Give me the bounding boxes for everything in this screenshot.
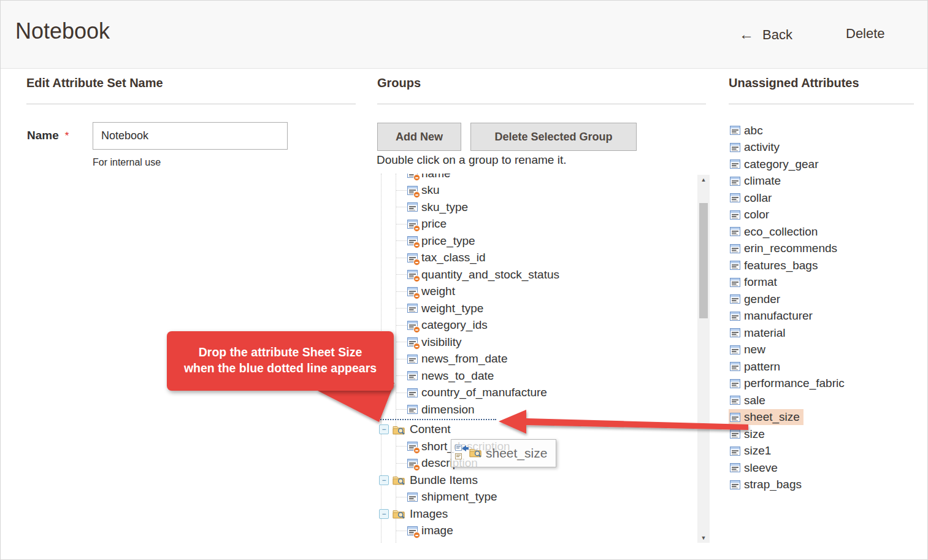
tree-attribute-row[interactable]: sku_type xyxy=(377,199,710,216)
edit-set-divider xyxy=(26,104,356,104)
attribute-icon xyxy=(730,260,740,270)
unassigned-attribute-row[interactable]: erin_recommends xyxy=(729,240,925,258)
unassigned-attribute-row[interactable]: format xyxy=(729,274,925,291)
name-hint: For internal use xyxy=(93,157,161,168)
name-input[interactable] xyxy=(93,122,288,150)
unassigned-item-label: sheet_size xyxy=(744,410,800,424)
unassigned-item-label: size xyxy=(744,428,765,441)
attribute-icon xyxy=(730,294,740,304)
tree-attribute-row[interactable]: price xyxy=(377,216,710,233)
tree-attribute-row[interactable]: news_to_date xyxy=(377,367,710,385)
unassigned-attribute-row[interactable]: performance_fabric xyxy=(729,375,925,393)
tree-group-row[interactable]: − Images xyxy=(377,505,710,523)
attribute-icon xyxy=(730,345,740,355)
unassigned-attribute-row[interactable]: pattern xyxy=(729,358,925,375)
instruction-callout: Drop the attribute Sheet Size when the b… xyxy=(167,331,394,391)
back-button[interactable]: ←Back xyxy=(739,26,792,43)
unassigned-item-label: activity xyxy=(744,140,780,154)
tree-connector xyxy=(396,240,407,241)
tree-attribute-row[interactable]: name xyxy=(377,174,710,182)
tree-group-row[interactable]: − Content xyxy=(377,421,710,439)
unassigned-attribute-row[interactable]: category_gear xyxy=(729,156,925,173)
tree-attribute-row[interactable]: weight xyxy=(377,283,710,301)
tree-attribute-row[interactable]: country_of_manufacture xyxy=(377,385,710,402)
unassigned-attribute-row[interactable]: collar xyxy=(729,190,925,207)
unassigned-attribute-row[interactable]: color xyxy=(729,207,925,224)
attribute-icon xyxy=(407,492,418,502)
unassigned-attribute-row[interactable]: eco_collection xyxy=(729,223,925,240)
tree-attribute-row[interactable]: price_type xyxy=(377,232,710,250)
tree-item-label: news_to_date xyxy=(421,369,494,383)
system-badge-icon xyxy=(413,174,420,181)
tree-attribute-row[interactable]: sku xyxy=(377,182,710,199)
collapse-icon[interactable]: − xyxy=(379,475,389,485)
attribute-icon xyxy=(730,311,740,321)
unassigned-attribute-row[interactable]: new xyxy=(729,342,925,359)
tree-item-label: visibility xyxy=(421,336,461,349)
tree-attribute-row[interactable]: tax_class_id xyxy=(377,250,710,267)
unassigned-item-label: strap_bags xyxy=(744,478,802,491)
groups-heading: Groups xyxy=(377,76,421,90)
unassigned-attribute-row[interactable]: material xyxy=(729,324,925,342)
unassigned-item-label: color xyxy=(744,208,769,221)
attribute-icon xyxy=(730,462,740,473)
tree-connector xyxy=(396,207,407,207)
delete-selected-group-button[interactable]: Delete Selected Group xyxy=(470,123,637,151)
unassigned-attribute-row[interactable]: abc xyxy=(729,122,925,139)
tree-connector xyxy=(396,190,407,191)
tree-connector xyxy=(396,409,407,410)
tree-item-label: weight_type xyxy=(421,302,483,315)
unassigned-attribute-row[interactable]: features_bags xyxy=(729,257,925,274)
tree-connector xyxy=(396,325,407,326)
collapse-icon[interactable]: − xyxy=(379,509,389,519)
attribute-icon xyxy=(407,370,418,381)
tree-group-row[interactable]: − Bundle Items xyxy=(377,472,710,489)
unassigned-attribute-row[interactable]: sleeve xyxy=(729,459,925,477)
unassigned-item-label: material xyxy=(744,326,786,340)
tree-attribute-row[interactable]: dimension xyxy=(377,401,710,418)
attribute-icon xyxy=(407,286,418,297)
tree-item-label: image xyxy=(421,524,453,537)
unassigned-attribute-row[interactable]: climate xyxy=(729,173,925,190)
attribute-icon xyxy=(730,446,740,456)
unassigned-attribute-row[interactable]: gender xyxy=(729,291,925,308)
tree-connector xyxy=(396,531,407,531)
attribute-icon xyxy=(730,378,740,389)
unassigned-attribute-row[interactable]: size xyxy=(729,426,925,443)
unassigned-item-label: sale xyxy=(744,394,765,407)
tree-attribute-row[interactable]: category_ids xyxy=(377,317,710,334)
attribute-icon xyxy=(730,159,740,169)
tree-connector xyxy=(396,375,407,376)
unassigned-attribute-row[interactable]: strap_bags xyxy=(729,477,925,491)
edit-set-heading: Edit Attribute Set Name xyxy=(26,76,163,90)
tree-item-label: shipment_type xyxy=(421,490,497,504)
tree-attribute-row[interactable]: visibility xyxy=(377,334,710,351)
tree-connector xyxy=(396,393,407,393)
drag-ghost: sheet_size xyxy=(451,439,556,467)
unassigned-attribute-row[interactable]: activity xyxy=(729,139,925,156)
attribute-icon xyxy=(407,404,418,415)
attribute-icon xyxy=(730,142,740,153)
unassigned-item-label: eco_collection xyxy=(744,225,818,239)
attribute-icon xyxy=(730,226,740,237)
tree-attribute-row[interactable]: quantity_and_stock_status xyxy=(377,266,710,283)
tree-attribute-row[interactable]: image xyxy=(377,523,710,540)
attribute-icon xyxy=(407,202,418,212)
tree-attribute-row[interactable]: news_from_date xyxy=(377,351,710,368)
unassigned-attribute-row[interactable]: manufacturer xyxy=(729,308,925,325)
attribute-icon xyxy=(730,125,740,136)
tree-attribute-row[interactable] xyxy=(377,539,710,543)
attribute-icon xyxy=(407,441,418,451)
unassigned-attribute-row[interactable]: sheet_size xyxy=(729,409,925,426)
unassigned-attribute-row[interactable]: sale xyxy=(729,392,925,409)
system-badge-icon xyxy=(413,191,420,198)
tree-attribute-row[interactable]: shipment_type xyxy=(377,489,710,506)
tree-connector xyxy=(396,342,407,342)
unassigned-attribute-row[interactable]: size1 xyxy=(729,443,925,460)
tree-connector xyxy=(396,463,407,464)
collapse-icon[interactable]: − xyxy=(379,424,389,434)
add-new-button[interactable]: Add New xyxy=(377,123,461,151)
tree-item-label: price xyxy=(421,217,447,231)
tree-attribute-row[interactable]: weight_type xyxy=(377,300,710,317)
delete-button[interactable]: Delete xyxy=(846,26,885,42)
